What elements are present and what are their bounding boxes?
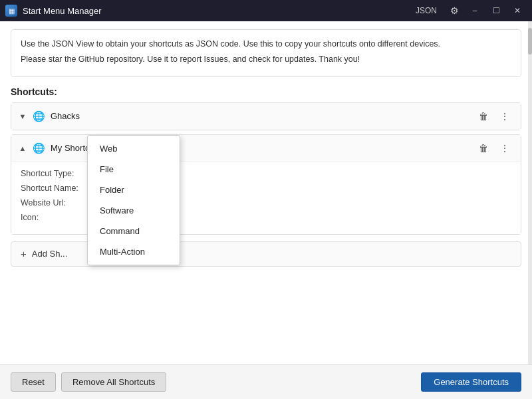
- scroll-thumb[interactable]: [528, 28, 532, 55]
- shortcut-actions-ghacks: 🗑 ⋮: [474, 107, 514, 126]
- field-label-icon: Icon:: [21, 213, 94, 222]
- app-title: Start Menu Manager: [23, 6, 413, 16]
- shortcut-item-my-shortcut: ▲ 🌐 My Shortcut 🗑 ⋮ Shortcut Type: Web S…: [11, 134, 521, 235]
- footer-left: Reset Remove All Shortcuts: [11, 372, 421, 392]
- generate-button[interactable]: Generate Shortcuts: [421, 372, 521, 392]
- delete-button-my-shortcut[interactable]: 🗑: [474, 139, 493, 158]
- info-box: Use the JSON View to obtain your shortcu…: [11, 29, 521, 77]
- shortcuts-label: Shortcuts:: [0, 77, 532, 102]
- settings-icon[interactable]: ⚙: [446, 4, 463, 17]
- dropdown-item-multi-action[interactable]: Multi-Action: [88, 241, 180, 262]
- minimize-button[interactable]: –: [466, 1, 484, 20]
- maximize-button[interactable]: ☐: [487, 1, 505, 20]
- footer: Reset Remove All Shortcuts Generate Shor…: [0, 364, 532, 399]
- info-line1: Use the JSON View to obtain your shortcu…: [21, 38, 511, 51]
- field-label-type: Shortcut Type:: [21, 169, 94, 178]
- plus-icon: +: [21, 248, 27, 259]
- type-dropdown: Web File Folder Software Command Multi-A…: [87, 135, 180, 265]
- json-button[interactable]: JSON: [413, 5, 440, 17]
- dropdown-item-command[interactable]: Command: [88, 221, 180, 241]
- globe-icon-ghacks: 🌐: [33, 110, 45, 122]
- more-button-ghacks[interactable]: ⋮: [495, 107, 514, 126]
- more-button-my-shortcut[interactable]: ⋮: [495, 139, 514, 158]
- dropdown-item-folder[interactable]: Folder: [88, 180, 180, 200]
- main-content: Use the JSON View to obtain your shortcu…: [0, 21, 532, 364]
- reset-button[interactable]: Reset: [11, 372, 56, 392]
- scroll-indicator: [528, 21, 532, 364]
- shortcut-header-ghacks[interactable]: ▼ 🌐 Ghacks 🗑 ⋮: [11, 103, 521, 130]
- info-line2: Please star the GitHub repository. Use i…: [21, 53, 511, 66]
- shortcut-actions-my-shortcut: 🗑 ⋮: [474, 139, 514, 158]
- shortcut-item-ghacks: ▼ 🌐 Ghacks 🗑 ⋮: [11, 102, 521, 130]
- field-label-name: Shortcut Name:: [21, 184, 94, 193]
- delete-button-ghacks[interactable]: 🗑: [474, 107, 493, 126]
- globe-icon-my-shortcut: 🌐: [33, 142, 45, 154]
- remove-all-button[interactable]: Remove All Shortcuts: [61, 372, 166, 392]
- add-shortcut-label: Add Sh...: [32, 249, 67, 259]
- toggle-icon-my-shortcut[interactable]: ▲: [18, 144, 27, 152]
- dropdown-item-web[interactable]: Web: [88, 138, 180, 159]
- window-controls: JSON ⚙ – ☐ ✕: [413, 1, 527, 20]
- shortcut-name-ghacks: Ghacks: [51, 111, 474, 121]
- dropdown-item-software[interactable]: Software: [88, 200, 180, 221]
- app-icon: ▦: [5, 5, 17, 17]
- close-button[interactable]: ✕: [508, 1, 527, 20]
- dropdown-item-file[interactable]: File: [88, 159, 180, 180]
- field-label-url: Website Url:: [21, 198, 94, 207]
- toggle-icon-ghacks[interactable]: ▼: [18, 112, 27, 120]
- title-bar: ▦ Start Menu Manager JSON ⚙ – ☐ ✕: [0, 0, 532, 21]
